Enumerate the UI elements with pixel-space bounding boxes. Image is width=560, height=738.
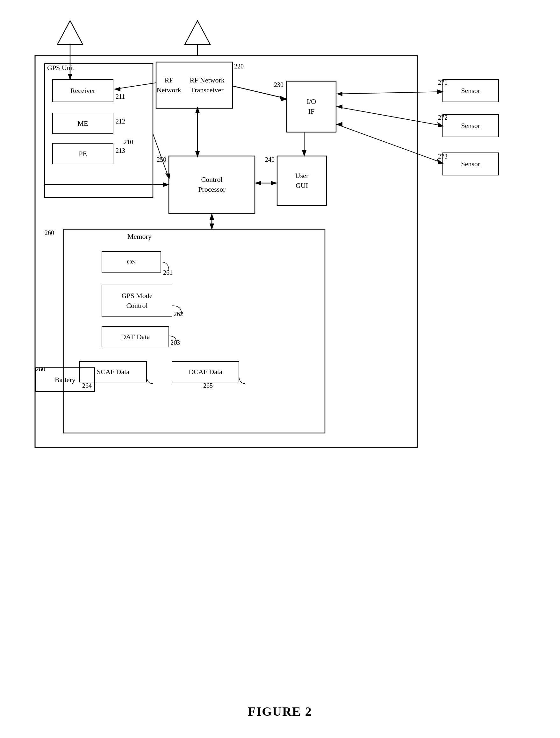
memory-label: Memory [127,233,152,241]
sensor3-label: Sensor [443,153,499,175]
ref-273: 273 [438,153,448,160]
ref-250: 250 [157,156,166,163]
rf-network-label: RF NetworkRF Network Transceiver [156,62,233,108]
pe-label: PE [52,143,113,164]
ref-280: 280 [36,366,45,373]
svg-marker-27 [280,95,287,101]
svg-line-32 [336,107,443,126]
ref-265: 265 [203,382,213,389]
dcaf-data-label: DCAF Data [172,361,239,382]
ref-212: 212 [115,118,125,125]
figure-caption: FIGURE 2 [0,704,560,719]
ref-272: 272 [438,114,448,121]
receiver-label: Receiver [52,80,113,102]
svg-marker-48 [210,224,214,230]
ref-211: 211 [115,93,125,100]
svg-marker-47 [210,213,214,220]
ref-271: 271 [438,79,448,86]
user-gui-label: UserGUI [277,156,326,206]
svg-marker-29 [302,150,306,157]
svg-marker-37 [337,104,342,109]
io-if-label: I/OIF [287,81,336,132]
svg-marker-51 [163,182,170,187]
svg-marker-41 [271,181,277,185]
svg-marker-0 [57,21,83,45]
ref-210: 210 [123,138,133,146]
ref-262: 262 [174,310,183,318]
sensor2-label: Sensor [443,115,499,137]
os-label: OS [102,252,161,272]
ref-230: 230 [274,81,283,88]
control-processor-label: ControlProcessor [169,156,255,213]
svg-marker-2 [185,21,210,45]
gps-mode-control-label: GPS ModeControl [102,285,172,317]
me-label: ME [52,113,113,134]
daf-data-label: DAF Data [102,326,169,347]
svg-line-52 [115,83,156,89]
page: GPS Unit Receiver ME PE RF NetworkRF Net… [0,0,560,738]
gps-unit-label: GPS Unit [47,64,74,72]
svg-line-30 [336,92,443,94]
svg-marker-36 [337,92,342,96]
ref-220: 220 [234,63,244,70]
svg-line-34 [336,124,443,163]
svg-marker-53 [114,87,120,91]
ref-260: 260 [45,229,54,237]
svg-marker-38 [337,122,342,126]
ref-240: 240 [265,156,275,163]
sensor1-label: Sensor [443,80,499,102]
ref-264: 264 [82,382,92,389]
ref-261: 261 [163,269,173,276]
svg-marker-40 [255,181,261,185]
ref-213: 213 [115,147,125,154]
svg-marker-45 [68,74,72,80]
ref-263: 263 [171,339,180,346]
